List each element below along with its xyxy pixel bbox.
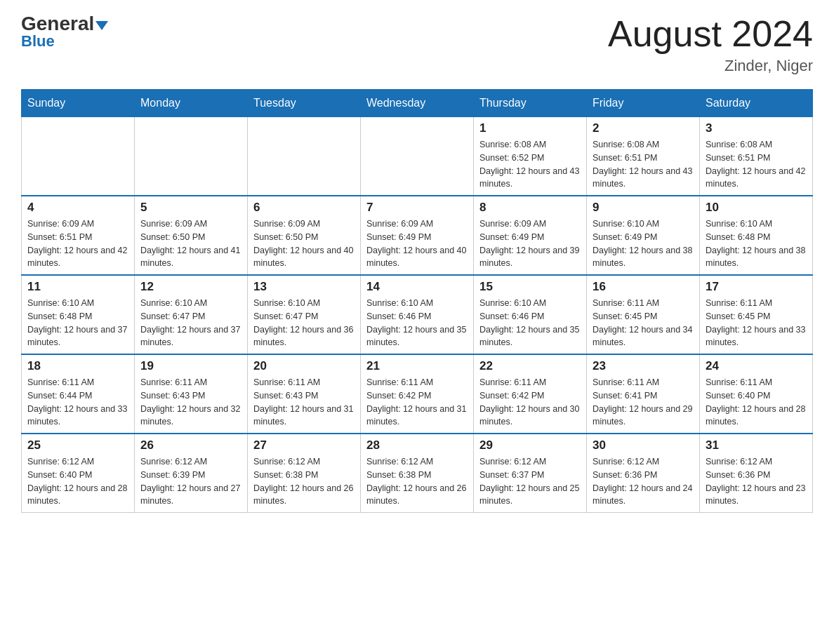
day-info: Sunrise: 6:12 AMSunset: 6:36 PMDaylight:… xyxy=(706,455,807,508)
day-info: Sunrise: 6:09 AMSunset: 6:51 PMDaylight:… xyxy=(27,217,128,270)
calendar-cell xyxy=(135,117,248,196)
day-info: Sunrise: 6:11 AMSunset: 6:45 PMDaylight:… xyxy=(593,297,694,349)
calendar-cell: 12Sunrise: 6:10 AMSunset: 6:47 PMDayligh… xyxy=(135,275,248,354)
day-info: Sunrise: 6:08 AMSunset: 6:52 PMDaylight:… xyxy=(479,138,581,191)
day-info: Sunrise: 6:11 AMSunset: 6:44 PMDaylight:… xyxy=(27,376,128,429)
day-info: Sunrise: 6:11 AMSunset: 6:42 PMDaylight:… xyxy=(479,376,581,429)
col-tuesday: Tuesday xyxy=(248,90,361,117)
calendar-table: Sunday Monday Tuesday Wednesday Thursday… xyxy=(21,89,813,513)
calendar-cell: 10Sunrise: 6:10 AMSunset: 6:48 PMDayligh… xyxy=(700,196,813,275)
calendar-cell: 24Sunrise: 6:11 AMSunset: 6:40 PMDayligh… xyxy=(700,354,813,434)
day-info: Sunrise: 6:09 AMSunset: 6:49 PMDaylight:… xyxy=(366,217,468,270)
day-number: 20 xyxy=(253,359,355,373)
col-monday: Monday xyxy=(135,90,248,117)
col-thursday: Thursday xyxy=(474,90,587,117)
title-section: August 2024 Zinder, Niger xyxy=(608,14,813,75)
day-info: Sunrise: 6:11 AMSunset: 6:43 PMDaylight:… xyxy=(140,376,241,429)
logo-triangle-icon xyxy=(95,21,108,30)
calendar-cell: 11Sunrise: 6:10 AMSunset: 6:48 PMDayligh… xyxy=(22,275,135,354)
day-number: 25 xyxy=(27,438,128,452)
calendar-cell: 18Sunrise: 6:11 AMSunset: 6:44 PMDayligh… xyxy=(22,354,135,434)
col-sunday: Sunday xyxy=(22,90,135,117)
calendar-cell: 17Sunrise: 6:11 AMSunset: 6:45 PMDayligh… xyxy=(700,275,813,354)
calendar-cell: 22Sunrise: 6:11 AMSunset: 6:42 PMDayligh… xyxy=(474,354,587,434)
day-number: 9 xyxy=(593,201,694,215)
calendar-cell xyxy=(248,117,361,196)
col-wednesday: Wednesday xyxy=(361,90,474,117)
calendar-cell: 2Sunrise: 6:08 AMSunset: 6:51 PMDaylight… xyxy=(587,117,700,196)
day-number: 2 xyxy=(593,121,694,135)
day-number: 3 xyxy=(706,121,807,135)
day-number: 28 xyxy=(366,438,468,452)
day-number: 13 xyxy=(253,280,355,294)
day-number: 1 xyxy=(479,121,581,135)
calendar-cell: 16Sunrise: 6:11 AMSunset: 6:45 PMDayligh… xyxy=(587,275,700,354)
day-info: Sunrise: 6:09 AMSunset: 6:50 PMDaylight:… xyxy=(140,217,241,270)
calendar-cell xyxy=(22,117,135,196)
day-info: Sunrise: 6:10 AMSunset: 6:46 PMDaylight:… xyxy=(366,297,468,349)
day-number: 31 xyxy=(706,438,807,452)
calendar-cell: 21Sunrise: 6:11 AMSunset: 6:42 PMDayligh… xyxy=(361,354,474,434)
calendar-cell: 6Sunrise: 6:09 AMSunset: 6:50 PMDaylight… xyxy=(248,196,361,275)
page-header: General Blue August 2024 Zinder, Niger xyxy=(21,14,813,75)
location: Zinder, Niger xyxy=(608,57,813,75)
calendar-cell: 9Sunrise: 6:10 AMSunset: 6:49 PMDaylight… xyxy=(587,196,700,275)
day-number: 29 xyxy=(479,438,581,452)
day-number: 19 xyxy=(140,359,241,373)
logo-blue: Blue xyxy=(21,32,55,51)
day-number: 21 xyxy=(366,359,468,373)
calendar-week-1: 1Sunrise: 6:08 AMSunset: 6:52 PMDaylight… xyxy=(22,117,813,196)
day-number: 18 xyxy=(27,359,128,373)
day-info: Sunrise: 6:10 AMSunset: 6:47 PMDaylight:… xyxy=(253,297,355,349)
day-number: 5 xyxy=(140,201,241,215)
day-number: 11 xyxy=(27,280,128,294)
calendar-cell: 23Sunrise: 6:11 AMSunset: 6:41 PMDayligh… xyxy=(587,354,700,434)
day-info: Sunrise: 6:12 AMSunset: 6:39 PMDaylight:… xyxy=(140,455,241,508)
calendar-cell: 20Sunrise: 6:11 AMSunset: 6:43 PMDayligh… xyxy=(248,354,361,434)
day-number: 22 xyxy=(479,359,581,373)
day-info: Sunrise: 6:11 AMSunset: 6:45 PMDaylight:… xyxy=(706,297,807,349)
day-number: 12 xyxy=(140,280,241,294)
day-number: 8 xyxy=(479,201,581,215)
day-info: Sunrise: 6:12 AMSunset: 6:36 PMDaylight:… xyxy=(593,455,694,508)
day-number: 17 xyxy=(706,280,807,294)
calendar-cell: 4Sunrise: 6:09 AMSunset: 6:51 PMDaylight… xyxy=(22,196,135,275)
calendar-cell: 8Sunrise: 6:09 AMSunset: 6:49 PMDaylight… xyxy=(474,196,587,275)
day-info: Sunrise: 6:11 AMSunset: 6:41 PMDaylight:… xyxy=(593,376,694,429)
day-number: 15 xyxy=(479,280,581,294)
day-info: Sunrise: 6:10 AMSunset: 6:48 PMDaylight:… xyxy=(27,297,128,349)
day-number: 6 xyxy=(253,201,355,215)
day-info: Sunrise: 6:12 AMSunset: 6:38 PMDaylight:… xyxy=(253,455,355,508)
day-info: Sunrise: 6:09 AMSunset: 6:50 PMDaylight:… xyxy=(253,217,355,270)
day-number: 7 xyxy=(366,201,468,215)
calendar-cell: 28Sunrise: 6:12 AMSunset: 6:38 PMDayligh… xyxy=(361,434,474,513)
day-info: Sunrise: 6:12 AMSunset: 6:38 PMDaylight:… xyxy=(366,455,468,508)
day-info: Sunrise: 6:10 AMSunset: 6:47 PMDaylight:… xyxy=(140,297,241,349)
calendar-cell: 30Sunrise: 6:12 AMSunset: 6:36 PMDayligh… xyxy=(587,434,700,513)
day-info: Sunrise: 6:08 AMSunset: 6:51 PMDaylight:… xyxy=(706,138,807,191)
calendar-cell: 13Sunrise: 6:10 AMSunset: 6:47 PMDayligh… xyxy=(248,275,361,354)
day-number: 23 xyxy=(593,359,694,373)
month-title: August 2024 xyxy=(608,14,813,54)
calendar-cell: 5Sunrise: 6:09 AMSunset: 6:50 PMDaylight… xyxy=(135,196,248,275)
day-info: Sunrise: 6:11 AMSunset: 6:43 PMDaylight:… xyxy=(253,376,355,429)
day-number: 16 xyxy=(593,280,694,294)
day-info: Sunrise: 6:12 AMSunset: 6:40 PMDaylight:… xyxy=(27,455,128,508)
day-number: 14 xyxy=(366,280,468,294)
logo: General Blue xyxy=(21,14,108,51)
day-number: 26 xyxy=(140,438,241,452)
calendar-week-5: 25Sunrise: 6:12 AMSunset: 6:40 PMDayligh… xyxy=(22,434,813,513)
day-number: 30 xyxy=(593,438,694,452)
col-saturday: Saturday xyxy=(700,90,813,117)
calendar-cell: 27Sunrise: 6:12 AMSunset: 6:38 PMDayligh… xyxy=(248,434,361,513)
calendar-week-3: 11Sunrise: 6:10 AMSunset: 6:48 PMDayligh… xyxy=(22,275,813,354)
calendar-cell: 31Sunrise: 6:12 AMSunset: 6:36 PMDayligh… xyxy=(700,434,813,513)
day-number: 10 xyxy=(706,201,807,215)
logo-general: General xyxy=(21,14,94,34)
calendar-week-2: 4Sunrise: 6:09 AMSunset: 6:51 PMDaylight… xyxy=(22,196,813,275)
calendar-cell: 3Sunrise: 6:08 AMSunset: 6:51 PMDaylight… xyxy=(700,117,813,196)
calendar-cell: 7Sunrise: 6:09 AMSunset: 6:49 PMDaylight… xyxy=(361,196,474,275)
calendar-week-4: 18Sunrise: 6:11 AMSunset: 6:44 PMDayligh… xyxy=(22,354,813,434)
calendar-cell: 26Sunrise: 6:12 AMSunset: 6:39 PMDayligh… xyxy=(135,434,248,513)
calendar-cell: 15Sunrise: 6:10 AMSunset: 6:46 PMDayligh… xyxy=(474,275,587,354)
